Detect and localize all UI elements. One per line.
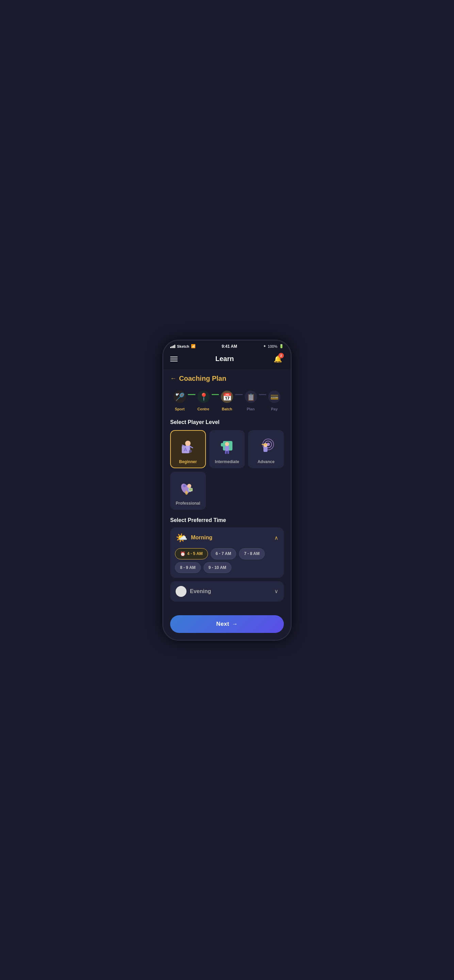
next-button[interactable]: Next → bbox=[170, 615, 284, 633]
slot-label-8-9am: 8 - 9 AM bbox=[180, 565, 196, 570]
battery-icon: 🔋 bbox=[279, 344, 284, 348]
level-intermediate[interactable]: Intermediate bbox=[209, 430, 245, 468]
status-right: ✦ 100% 🔋 bbox=[263, 344, 284, 348]
status-bar: Sketch 📶 9:41 AM ✦ 100% 🔋 bbox=[163, 340, 291, 350]
level-advance[interactable]: Advance bbox=[248, 430, 284, 468]
beginner-label: Beginner bbox=[179, 460, 197, 464]
evening-accordion-header[interactable]: Evening ∨ bbox=[170, 581, 284, 601]
morning-chevron-icon: ∧ bbox=[274, 535, 279, 541]
professional-label: Professional bbox=[175, 501, 200, 506]
step-pay[interactable]: 💳 Pay bbox=[266, 388, 282, 411]
back-button[interactable]: ← bbox=[170, 375, 176, 382]
next-button-label: Next bbox=[216, 620, 229, 627]
page-title: Learn bbox=[215, 355, 234, 363]
morning-accordion: 🌤️ Morning ∧ ⏰ 4 - 5 AM 6 - 7 AM bbox=[170, 527, 284, 578]
preferred-time-section-title: Select Preferred Time bbox=[170, 517, 284, 523]
svg-point-35 bbox=[187, 484, 191, 488]
svg-text:💳: 💳 bbox=[270, 393, 279, 401]
evening-moon-icon bbox=[175, 586, 186, 597]
breadcrumb: ← Coaching Plan bbox=[170, 375, 284, 382]
top-nav: Learn 🔔 2 bbox=[163, 350, 291, 369]
level-grid-top: A Beginner bbox=[170, 430, 284, 468]
evening-chevron-icon: ∨ bbox=[274, 588, 279, 595]
step-pay-icon: 💳 bbox=[267, 389, 282, 404]
slot-label-4-5am: 4 - 5 AM bbox=[187, 551, 203, 556]
notification-button[interactable]: 🔔 2 bbox=[272, 353, 284, 365]
evening-accordion-left: Evening bbox=[175, 586, 211, 597]
time-slot-8-9am[interactable]: 8 - 9 AM bbox=[175, 562, 201, 573]
level-row-bottom: Professional bbox=[170, 472, 284, 510]
time-slot-4-5am[interactable]: ⏰ 4 - 5 AM bbox=[175, 548, 208, 559]
alarm-icon: ⏰ bbox=[180, 551, 185, 556]
step-centre-icon-wrap: 📍 bbox=[195, 388, 212, 405]
slot-label-9-10am: 9 - 10 AM bbox=[209, 565, 226, 570]
svg-rect-27 bbox=[263, 447, 268, 452]
time-slot-6-7am[interactable]: 6 - 7 AM bbox=[211, 548, 237, 559]
level-beginner[interactable]: A Beginner bbox=[170, 430, 206, 468]
breadcrumb-title: Coaching Plan bbox=[179, 375, 226, 382]
signal-bar-1 bbox=[170, 347, 171, 348]
time-slot-9-10am[interactable]: 9 - 10 AM bbox=[204, 562, 231, 573]
morning-accordion-body: ⏰ 4 - 5 AM 6 - 7 AM 7 - 8 AM 8 - 9 AM bbox=[170, 548, 284, 578]
svg-text:🏸: 🏸 bbox=[175, 392, 185, 401]
steps-progress: 🏸 Sport 📍 bbox=[170, 388, 284, 411]
intermediate-label: Intermediate bbox=[215, 460, 239, 464]
connector-1 bbox=[188, 394, 195, 395]
beginner-icon: A bbox=[177, 435, 199, 457]
svg-rect-19 bbox=[221, 443, 225, 447]
step-plan[interactable]: 📋 Plan bbox=[243, 388, 259, 411]
signal-bar-2 bbox=[172, 346, 172, 348]
level-professional[interactable]: Professional bbox=[170, 472, 206, 510]
player-level-section-title: Select Player Level bbox=[170, 419, 284, 425]
evening-label: Evening bbox=[190, 588, 211, 595]
svg-text:📋: 📋 bbox=[246, 393, 255, 401]
main-content: ← Coaching Plan 🏸 Sport bbox=[163, 369, 291, 611]
step-sport-label: Sport bbox=[175, 407, 185, 411]
step-sport-icon-wrap: 🏸 bbox=[172, 388, 188, 405]
svg-rect-36 bbox=[188, 488, 193, 492]
menu-line-3 bbox=[170, 361, 178, 361]
svg-point-13 bbox=[185, 441, 191, 446]
morning-icon: 🌤️ bbox=[175, 532, 188, 543]
connector-4 bbox=[259, 394, 266, 395]
signal-bar-4 bbox=[174, 345, 175, 348]
step-sport-icon: 🏸 bbox=[172, 389, 187, 404]
slot-label-6-7am: 6 - 7 AM bbox=[216, 551, 231, 556]
notification-badge: 2 bbox=[279, 353, 284, 358]
morning-accordion-header[interactable]: 🌤️ Morning ∧ bbox=[170, 527, 284, 548]
next-arrow-icon: → bbox=[232, 620, 237, 627]
bluetooth-icon: ✦ bbox=[263, 344, 266, 348]
menu-button[interactable] bbox=[170, 356, 178, 361]
morning-time-slots: ⏰ 4 - 5 AM 6 - 7 AM 7 - 8 AM 8 - 9 AM bbox=[175, 548, 279, 573]
step-centre[interactable]: 📍 Centre bbox=[195, 388, 212, 411]
slot-label-7-8am: 7 - 8 AM bbox=[244, 551, 260, 556]
professional-icon bbox=[177, 476, 199, 498]
phone-shell: Sketch 📶 9:41 AM ✦ 100% 🔋 Learn 🔔 2 bbox=[162, 340, 292, 641]
menu-line-2 bbox=[170, 359, 178, 360]
step-sport[interactable]: 🏸 Sport bbox=[172, 388, 188, 411]
battery-percent: 100% bbox=[268, 344, 277, 348]
evening-accordion: Evening ∨ bbox=[170, 581, 284, 601]
step-batch-icon-wrap: 📅 bbox=[219, 388, 235, 405]
step-plan-icon: 📋 bbox=[243, 389, 258, 404]
bottom-bar: Next → bbox=[163, 611, 291, 640]
step-batch-icon: 📅 bbox=[220, 389, 234, 404]
advance-icon bbox=[255, 435, 277, 457]
intermediate-icon bbox=[216, 435, 238, 457]
morning-accordion-left: 🌤️ Morning bbox=[175, 532, 212, 543]
signal-bars bbox=[170, 345, 175, 348]
step-centre-icon: 📍 bbox=[196, 389, 211, 404]
step-pay-label: Pay bbox=[271, 407, 278, 411]
svg-rect-22 bbox=[225, 450, 227, 454]
status-left: Sketch 📶 bbox=[170, 344, 196, 348]
step-batch-label: Batch bbox=[222, 407, 233, 411]
step-centre-label: Centre bbox=[198, 407, 209, 411]
svg-rect-20 bbox=[225, 446, 229, 451]
menu-line-1 bbox=[170, 356, 178, 357]
step-batch[interactable]: 📅 Batch bbox=[219, 388, 235, 411]
status-time: 9:41 AM bbox=[221, 344, 237, 349]
svg-text:📅: 📅 bbox=[223, 392, 232, 401]
svg-point-32 bbox=[183, 485, 186, 487]
step-plan-label: Plan bbox=[247, 407, 255, 411]
time-slot-7-8am[interactable]: 7 - 8 AM bbox=[239, 548, 265, 559]
